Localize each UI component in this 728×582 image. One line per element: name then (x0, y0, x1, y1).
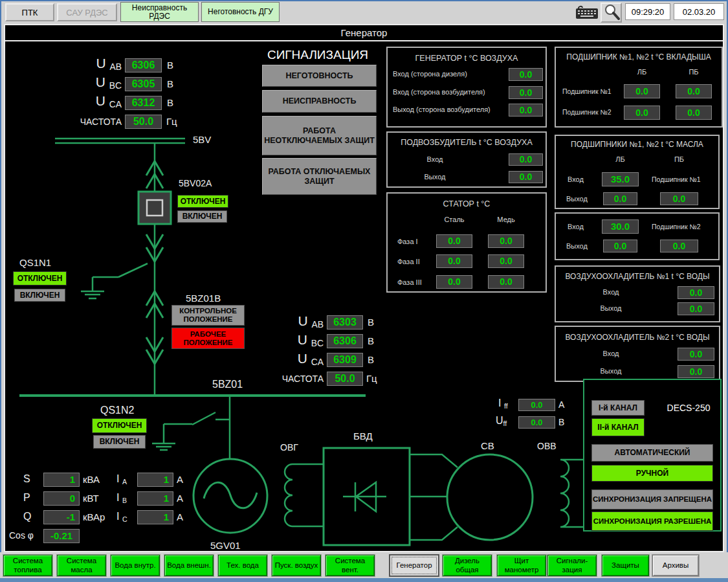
breaker-off-indicator: ОТКЛЮЧЕН (177, 195, 228, 208)
i-c-label: I C (116, 511, 127, 523)
tab-archives[interactable]: Архивы (652, 555, 699, 576)
row-value: 0.0 (676, 106, 712, 120)
u-ca-gen-value: 6309 (327, 353, 363, 367)
freq-bus-label: ЧАСТОТА (63, 117, 122, 127)
row-label: Выход (сторона возбудителя) (393, 106, 491, 113)
panel-title: ПОДШИПНИК №1, №2 t °С ВКЛАДЫША (556, 52, 722, 62)
tab-tech-water[interactable]: Тех. вода (218, 555, 267, 576)
i-ff-value: 0.0 (518, 399, 555, 411)
breaker-symbol-5bv02a[interactable] (138, 192, 171, 224)
row-value: 0.0 (603, 192, 637, 205)
panel-title: СТАТОР t °С (388, 199, 546, 208)
u-ab-bus-value: 6306 (125, 58, 162, 73)
s-unit: кВА (83, 474, 100, 485)
row-label: Выход (566, 195, 588, 203)
i-c-value: 1 (137, 510, 173, 524)
cos-phi-label: Cos φ (9, 530, 34, 541)
freq-bus-unit: Гц (166, 116, 177, 127)
connection-lines (410, 454, 458, 540)
decs-title: DECS-250 (659, 403, 718, 413)
qs1n1-label: QS1N1 (19, 257, 51, 268)
row-label: Вход (409, 155, 461, 163)
panel-bearing-oil-temp-2: Вход 30.0 Подшипник №2 Выход 0.0 0.0 (555, 212, 720, 260)
tab-gauge-panel[interactable]: Щит манометр (497, 555, 546, 576)
u-bc-bus-label: U BC (65, 74, 122, 91)
tab-fuel-system[interactable]: Система топлива (3, 555, 52, 576)
row-value: 0.0 (509, 171, 543, 183)
busbar-5bv-label: 5BV (193, 134, 211, 145)
sv-label: СВ (481, 440, 494, 451)
i-ff-unit: А (558, 399, 564, 410)
tab-diesel-general[interactable]: Дизель общая (443, 555, 492, 576)
row-value: 0.0 (436, 234, 472, 248)
row-value: 0.0 (624, 84, 660, 98)
tab-vent-system[interactable]: Система вент. (325, 555, 375, 576)
i-ff-label: I ff (498, 397, 508, 410)
i-a-value: 1 (137, 473, 173, 487)
tab-water-external[interactable]: Вода внешн. (164, 555, 214, 576)
tab-water-internal[interactable]: Вода внутр. (111, 555, 160, 576)
panel-bearing-oil-temp-1: ПОДШИПНИКИ №1, №2 t °С МАСЛА ЛБ ПБ Вход … (555, 135, 720, 209)
indicator-trip-protections: РАБОТА ОТКЛЮЧАЕМЫХ ЗАЩИТ (262, 158, 377, 195)
column-header: ПБ (676, 68, 712, 76)
u-bc-gen-label: U BC (267, 332, 324, 348)
s-label: S (23, 473, 30, 485)
q-value: -1 (43, 510, 80, 524)
truck-work-position-indicator: РАБОЧЕЕ ПОЛОЖЕНИЕ (171, 328, 245, 349)
panel-title: ВОЗДУХООХЛАДИТЕЛЬ №1 t °С ВОДЫ (556, 272, 719, 281)
u-bc-bus-unit: В (167, 78, 173, 89)
row-value: 0.0 (676, 84, 712, 98)
indicator-fault: НЕИСПРАВНОСТЬ (262, 90, 377, 113)
indicator-not-ready: НЕГОТОВНОСТЬ (262, 65, 377, 87)
row-label: Подшипник №1 (562, 87, 612, 95)
indicator-nontrip-protections: РАБОТА НЕОТКЛЮЧАЕМЫХ ЗАЩИТ (262, 116, 377, 155)
panel-title: ПОДВОЗБУДИТЕЛЬ t °С ВОЗДУХА (388, 138, 546, 147)
panel-air-cooler-1-temp: ВОЗДУХООХЛАДИТЕЛЬ №1 t °С ВОДЫ Вход 0.0 … (555, 265, 720, 322)
i-a-label: I A (116, 473, 127, 486)
u-ca-gen-unit: В (368, 354, 374, 365)
sine-wave-icon (204, 482, 257, 508)
busbar-5bz01-label: 5BZ01 (212, 379, 243, 390)
decs-250-panel: I-й КАНАЛ DECS-250 II-й КАНАЛ АВТОМАТИЧЕ… (583, 379, 722, 532)
tab-generator[interactable]: Генератор (389, 554, 439, 577)
row-value: 0.0 (624, 106, 660, 120)
qs1n2-switch-symbol[interactable] (164, 412, 230, 443)
qs1n1-switch-symbol[interactable] (93, 263, 148, 291)
hmi-screen: ПТК САУ РДЭС Неисправность РДЭС Неготовн… (0, 0, 728, 582)
panel-bearing-pads-temp: ПОДШИПНИК №1, №2 t °С ВКЛАДЫША ЛБ ПБ Под… (555, 47, 723, 128)
u-ff-unit: В (558, 417, 564, 427)
generator-5gv01-label: 5GV01 (210, 540, 241, 551)
u-ca-bus-label: U CA (65, 93, 122, 109)
decs-channel-1-indicator: I-й КАНАЛ (591, 400, 645, 416)
nav-bar: Система топлива Система масла Вода внутр… (0, 552, 728, 578)
tab-start-air[interactable]: Пуск. воздух (272, 555, 321, 576)
row-label: Вход (сторона дизеля) (393, 70, 467, 78)
i-b-value: 1 (137, 491, 173, 506)
u-ab-gen-unit: В (368, 317, 374, 328)
ovg-winding-symbol (285, 464, 324, 526)
u-ab-gen-label: U AB (267, 313, 324, 330)
qs1n2-label: QS1N2 (100, 405, 134, 416)
s-value: 1 (43, 473, 80, 487)
row-value: 0.0 (488, 275, 524, 289)
panel-stator-temp: СТАТОР t °С Сталь Медь Фаза I 0.0 0.0 Фа… (386, 192, 547, 293)
qs1n2-off-indicator: ОТКЛЮЧЕН (92, 418, 147, 433)
ovg-label: ОВГ (280, 442, 298, 453)
row-label: Вход (585, 350, 637, 357)
u-ab-bus-label: U AB (65, 56, 122, 72)
u-ca-gen-label: U CA (267, 351, 324, 367)
panel-generator-air-temp: ГЕНЕРАТОР t °С ВОЗДУХА Вход (сторона диз… (386, 47, 547, 128)
decs-sync-allowed-indicator: СИНХРОНИЗАЦИЯ РАЗРЕШЕНА (591, 511, 713, 531)
row-value: 0.0 (509, 104, 543, 117)
row-value: 35.0 (602, 172, 639, 186)
row-value: 30.0 (602, 219, 639, 234)
tab-signaling[interactable]: Сигнали- зация (547, 555, 597, 576)
u-bc-gen-value: 6306 (327, 334, 363, 348)
tab-oil-system[interactable]: Система масла (57, 555, 106, 576)
u-ca-bus-value: 6312 (125, 96, 162, 110)
freq-gen-unit: Гц (366, 373, 377, 384)
bearing-name: Подшипник №2 (652, 223, 701, 230)
breaker-5bv02a-label: 5BV02A (179, 178, 212, 188)
ground-symbol (152, 443, 175, 450)
tab-protections[interactable]: Защиты (602, 555, 649, 576)
